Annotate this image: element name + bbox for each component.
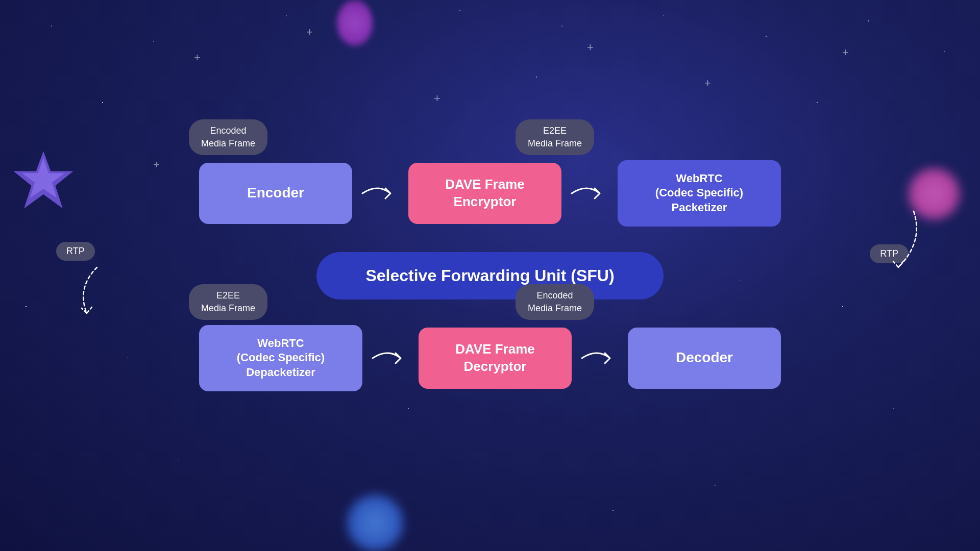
middle-row: RTP Selective Forwarding Unit (SFU) RTP bbox=[31, 252, 949, 299]
dave-frame-decryptor-box: DAVE FrameDecryptor bbox=[419, 328, 572, 389]
arrow-depacketizer-to-decryptor bbox=[370, 343, 411, 373]
bottom-row: E2EEMedia Frame EncodedMedia Frame WebRT… bbox=[31, 325, 949, 391]
arrow-encryptor-to-packetizer bbox=[569, 178, 610, 209]
dashed-arrow-left bbox=[61, 262, 133, 329]
label-e2ee-media-frame-bottom: E2EEMedia Frame bbox=[189, 284, 267, 320]
decoder-box: Decoder bbox=[628, 328, 781, 389]
dave-frame-encryptor-box: DAVE FrameEncryptor bbox=[408, 163, 561, 224]
webrtc-depacketizer-box: WebRTC(Codec Specific)Depacketizer bbox=[199, 325, 362, 391]
label-encoded-media-frame-bottom: EncodedMedia Frame bbox=[516, 284, 594, 320]
webrtc-packetizer-box: WebRTC(Codec Specific)Packetizer bbox=[618, 160, 781, 227]
rtp-left-bubble: RTP bbox=[56, 242, 95, 261]
arrow-decryptor-to-decoder bbox=[579, 343, 620, 373]
sfu-box: Selective Forwarding Unit (SFU) bbox=[316, 252, 664, 299]
dashed-arrow-right bbox=[837, 201, 929, 278]
encoder-box: Encoder bbox=[199, 163, 352, 224]
arrow-encoder-to-encryptor bbox=[360, 178, 401, 209]
label-e2ee-media-frame-top: E2EEMedia Frame bbox=[516, 119, 594, 155]
label-encoded-media-frame-top: EncodedMedia Frame bbox=[189, 119, 267, 155]
top-row: EncodedMedia Frame E2EEMedia Frame Encod… bbox=[31, 160, 949, 227]
